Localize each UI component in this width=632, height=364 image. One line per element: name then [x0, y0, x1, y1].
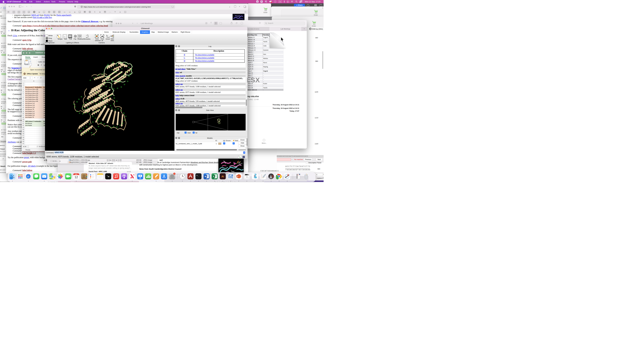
svg-text:>_: >_ — [196, 174, 198, 176]
svg-text:W: W — [205, 175, 206, 178]
svg-text:12: 12 — [74, 176, 78, 179]
svg-text:SEP: SEP — [75, 174, 77, 175]
svg-text:tv: tv — [108, 176, 110, 178]
svg-text:S: S — [254, 175, 255, 177]
svg-text:X: X — [287, 173, 289, 176]
svg-text:X: X — [213, 175, 214, 178]
svg-text:P: P — [238, 176, 238, 178]
svg-text:Science: Science — [297, 174, 300, 175]
svg-text:hp: hp — [246, 176, 247, 177]
svg-text:Ai: Ai — [222, 175, 224, 178]
svg-text:x: x — [109, 36, 110, 37]
svg-text:y: y — [106, 34, 107, 36]
